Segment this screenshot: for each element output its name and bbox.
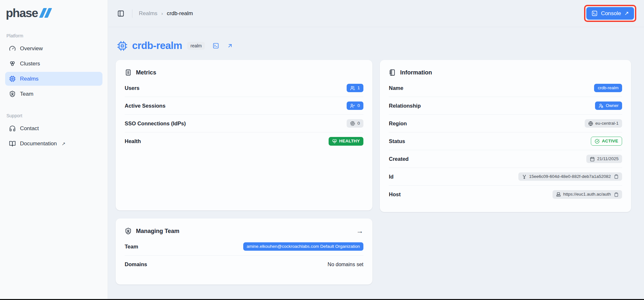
health-status-badge: HEALTHY [329, 137, 363, 145]
team-row: Team amine.elkouhen@cockroachlabs.com De… [125, 238, 363, 256]
name-badge: crdb-realm [594, 84, 622, 92]
topbar-divider [132, 9, 132, 18]
sidebar-item-clusters[interactable]: Clusters [5, 57, 102, 71]
fingerprint-icon [350, 121, 355, 126]
clusters-icon [9, 60, 16, 67]
metric-row-health: Health HEALTHY [125, 132, 363, 150]
book-open-icon [9, 140, 16, 147]
metrics-card: Metrics Users 1 Active Sessions [116, 60, 372, 210]
created-badge: 21/11/2025 [586, 155, 622, 163]
sidebar-section-support: Support [6, 113, 102, 118]
info-row-created: Created 21/11/2025 [389, 150, 622, 168]
user-check-icon [350, 103, 355, 108]
realm-type-badge: realm [187, 42, 205, 50]
heart-pulse-icon [332, 139, 337, 144]
status-badge: ACTIVE [591, 137, 622, 146]
metric-row-active-sessions: Active Sessions 0 [125, 97, 363, 115]
arrow-right-icon[interactable]: → [356, 227, 363, 235]
external-link-arrow-icon: ↗ [62, 141, 65, 146]
domains-value: No domains set [328, 262, 363, 267]
copy-icon[interactable] [614, 174, 619, 179]
check-circle-icon [595, 139, 600, 144]
sidebar-toggle-icon[interactable] [116, 9, 126, 18]
scroll-text-icon [125, 69, 132, 76]
sidebar-item-label: Contact [20, 125, 39, 132]
page-title-row: crdb-realm realm [117, 40, 631, 52]
region-badge: eu-central-1 [585, 119, 622, 128]
sidebar-item-label: Overview [20, 45, 43, 52]
sidebar-item-realms[interactable]: Realms [5, 72, 102, 86]
breadcrumb-current: crdb-realm [167, 10, 193, 17]
server-icon [556, 192, 561, 197]
brand-logo[interactable]: phase [5, 5, 102, 19]
active-sessions-badge: 0 [347, 102, 363, 110]
copy-icon[interactable] [614, 192, 619, 197]
main-content: crdb-realm realm Metrics Users [108, 27, 644, 300]
domains-row: Domains No domains set [125, 256, 363, 273]
topbar: Realms › crdb-realm Console ↗ [108, 0, 644, 27]
globe-icon [588, 121, 593, 126]
sidebar: phase Platform Overview Clusters Realms … [0, 0, 108, 300]
sso-connections-badge: 0 [347, 119, 363, 128]
notebook-icon [389, 69, 396, 76]
users-icon [350, 86, 355, 91]
metrics-card-title: Metrics [136, 69, 156, 76]
sidebar-item-label: Realms [20, 76, 39, 82]
information-card-title: Information [400, 69, 432, 76]
managing-team-card: Managing Team → Team amine.elkouhen@cock… [116, 218, 372, 285]
information-card: Information Name crdb-realm Relationship… [380, 60, 631, 212]
arrow-up-right-icon[interactable] [227, 43, 233, 49]
brand-slashes-icon [41, 8, 50, 18]
managing-team-card-title: Managing Team [136, 228, 179, 235]
shield-user-icon [9, 91, 16, 97]
sidebar-item-overview[interactable]: Overview [5, 42, 102, 55]
gauge-icon [9, 45, 16, 52]
shield-user-icon [125, 227, 132, 235]
host-badge: https://euc1.auth.ac/auth [553, 190, 622, 198]
user-lock-icon [599, 103, 603, 108]
sidebar-item-documentation[interactable]: Documentation ↗ [5, 137, 102, 150]
info-row-relationship: Relationship Owner [389, 97, 622, 115]
page-title: crdb-realm [132, 40, 182, 52]
chip-icon [9, 75, 16, 82]
info-row-name: Name crdb-realm [389, 79, 622, 97]
sidebar-item-team[interactable]: Team [5, 87, 102, 101]
sidebar-item-label: Team [20, 91, 34, 97]
sidebar-item-contact[interactable]: Contact [5, 121, 102, 135]
breadcrumb-realms-link[interactable]: Realms [139, 10, 158, 17]
arrow-up-right-icon: ↗ [624, 10, 629, 17]
fork-icon [522, 174, 527, 179]
info-row-region: Region eu-central-1 [389, 115, 622, 132]
console-annotation-box: Console ↗ [584, 5, 636, 22]
terminal-icon [591, 10, 598, 16]
sidebar-item-label: Documentation [20, 140, 57, 147]
chip-icon [117, 41, 128, 51]
id-badge: 15ee6c09-604d-48e0-882f-deb7a1a52082 [518, 172, 622, 181]
terminal-icon[interactable] [213, 43, 219, 49]
info-row-status: Status ACTIVE [389, 132, 622, 150]
brand-name: phase [6, 7, 38, 19]
team-badge[interactable]: amine.elkouhen@cockroachlabs.com Default… [243, 242, 363, 251]
sidebar-item-label: Clusters [20, 61, 40, 67]
info-row-id: Id 15ee6c09-604d-48e0-882f-deb7a1a52082 [389, 168, 622, 186]
users-count-badge: 1 [347, 84, 363, 92]
relationship-badge: Owner [595, 102, 622, 110]
console-button[interactable]: Console ↗ [586, 7, 634, 20]
breadcrumb-separator: › [161, 11, 163, 16]
info-row-host: Host https://euc1.auth.ac/auth [389, 186, 622, 203]
calendar-icon [590, 157, 595, 161]
metric-row-users: Users 1 [125, 79, 363, 97]
headset-icon [9, 125, 16, 132]
console-button-label: Console [601, 10, 621, 17]
metric-row-sso-connections: SSO Connections (IdPs) 0 [125, 115, 363, 132]
sidebar-section-platform: Platform [6, 33, 102, 38]
breadcrumb: Realms › crdb-realm [139, 10, 193, 17]
